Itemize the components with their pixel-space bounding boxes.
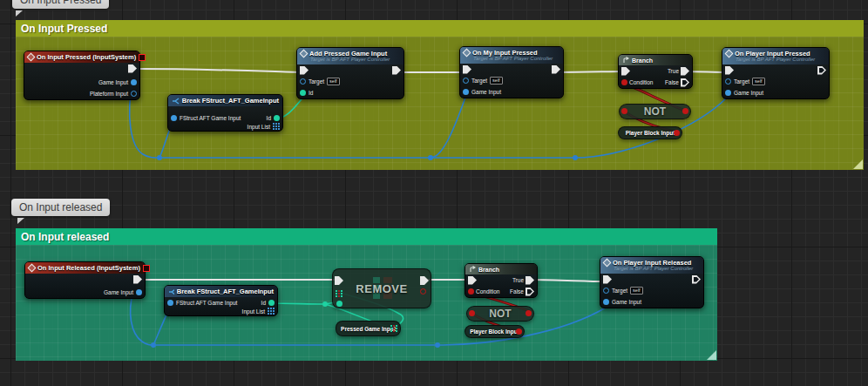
self-default-value[interactable]: self: [327, 78, 340, 85]
pin-label: FStruct AFT Game Input: [176, 300, 237, 306]
bool-return-pin[interactable]: [420, 288, 426, 295]
condition-pin[interactable]: [468, 288, 474, 295]
node-player-block-input-bottom[interactable]: Player Block Input: [465, 325, 525, 338]
pin-label: Condition: [476, 288, 499, 295]
node-header[interactable]: Branch: [465, 264, 537, 274]
comment-pressed-header[interactable]: On Input Pressed: [16, 20, 864, 37]
node-event-on-input-released[interactable]: On Input Released (InputSystem) Game Inp…: [24, 261, 146, 299]
node-on-player-input-released[interactable]: On Player Input Released Target is BP AF…: [600, 256, 704, 308]
node-branch-bottom[interactable]: Branch True Condition False: [465, 263, 538, 298]
node-title: On Input Pressed (InputSystem): [37, 53, 136, 61]
node-header[interactable]: Break FStruct_AFT_GameInput: [165, 286, 277, 297]
exec-out-pin[interactable]: [128, 64, 137, 73]
target-pin[interactable]: [725, 78, 731, 85]
not-output-pin[interactable]: [526, 310, 532, 316]
condition-pin[interactable]: [621, 79, 627, 85]
node-not-bottom[interactable]: NOT: [466, 306, 534, 322]
not-output-pin[interactable]: [682, 108, 688, 114]
exec-out-pin[interactable]: [552, 65, 560, 74]
pin-label: Game Input: [104, 289, 133, 295]
node-break-fstruct-top[interactable]: Break FStruct_AFT_GameInput FStruct AFT …: [167, 94, 283, 132]
exec-out-pin[interactable]: [817, 66, 826, 75]
target-pin[interactable]: [300, 78, 306, 85]
exec-out-pin[interactable]: [133, 275, 142, 284]
id-output-pin[interactable]: [268, 300, 275, 306]
exec-in-pin[interactable]: [603, 275, 612, 284]
not-input-pin[interactable]: [621, 108, 627, 114]
exec-in-pin[interactable]: [463, 65, 471, 74]
true-exec-pin[interactable]: [526, 276, 534, 285]
pin-label: Condition: [629, 79, 653, 85]
pin-label: Target: [612, 288, 627, 294]
node-header[interactable]: Break FStruct_AFT_GameInput: [168, 95, 282, 106]
event-diamond-icon: [27, 53, 36, 62]
event-diamond-icon: [28, 264, 37, 273]
input-list-array-pin[interactable]: [268, 308, 275, 315]
comment-pressed-bubble-tail: [16, 10, 23, 17]
comment-pressed-resize-handle[interactable]: [853, 159, 863, 169]
bool-output-pin[interactable]: [674, 130, 680, 136]
comment-released-header[interactable]: On Input released: [16, 228, 717, 245]
item-pin[interactable]: [336, 301, 342, 307]
true-exec-pin[interactable]: [681, 67, 689, 76]
exec-in-pin[interactable]: [725, 66, 734, 75]
exec-in-pin[interactable]: [468, 276, 477, 285]
pin-label: Game Input: [471, 89, 501, 95]
plateform-input-pin[interactable]: [131, 91, 137, 97]
pin-label: False: [665, 79, 679, 85]
exec-in-pin[interactable]: [335, 276, 343, 285]
pin-label: Game Input: [98, 79, 128, 85]
exec-out-pin[interactable]: [392, 66, 401, 75]
node-on-player-input-pressed[interactable]: On Player Input Pressed Target is BP AFT…: [722, 47, 830, 99]
fstruct-input-pin[interactable]: [167, 300, 173, 306]
break-struct-icon: [168, 288, 174, 295]
pin-label: Target: [471, 78, 487, 84]
node-header[interactable]: On Input Pressed (InputSystem): [24, 51, 139, 63]
target-pin[interactable]: [463, 78, 469, 84]
game-input-pin[interactable]: [603, 299, 609, 305]
node-not-top[interactable]: NOT: [619, 104, 691, 119]
branch-icon: [622, 57, 629, 64]
exec-in-pin[interactable]: [300, 66, 309, 75]
exec-out-pin[interactable]: [692, 275, 701, 284]
node-subtitle: Target is BP AFT Player Controller: [460, 56, 563, 64]
node-branch-top[interactable]: Branch True Condition False: [618, 54, 693, 89]
node-player-block-input-top[interactable]: Player Block Input: [618, 126, 682, 139]
game-input-pin[interactable]: [725, 90, 731, 96]
exec-out-pin[interactable]: [420, 276, 429, 285]
bool-output-pin[interactable]: [516, 328, 522, 335]
self-default-value[interactable]: self: [490, 77, 503, 85]
not-input-pin[interactable]: [469, 310, 475, 316]
game-input-pin[interactable]: [131, 79, 137, 85]
fstruct-input-pin[interactable]: [171, 115, 177, 121]
node-title: Branch: [632, 58, 653, 64]
game-input-pin[interactable]: [136, 289, 142, 295]
node-title: Branch: [478, 267, 499, 273]
node-on-my-input-pressed[interactable]: On My Input Pressed Target is BP AFT Pla…: [459, 46, 564, 98]
branch-icon: [469, 266, 476, 273]
false-exec-pin[interactable]: [681, 78, 689, 87]
node-pressed-game-input[interactable]: Pressed Game Input: [336, 321, 401, 336]
false-exec-pin[interactable]: [526, 288, 534, 296]
pin-label: Id: [309, 90, 313, 96]
comment-released-resize-handle[interactable]: [707, 350, 716, 360]
node-event-on-input-pressed[interactable]: On Input Pressed (InputSystem) Game Inpu…: [24, 51, 140, 100]
node-header[interactable]: On Input Released (InputSystem): [25, 262, 145, 274]
node-break-fstruct-bottom[interactable]: Break FStruct_AFT_GameInput FStruct AFT …: [164, 285, 278, 316]
target-pin[interactable]: [603, 288, 609, 294]
self-default-value[interactable]: self: [752, 78, 765, 85]
id-output-pin[interactable]: [274, 115, 280, 121]
node-subtitle: Target is BP AFT Player Controller: [600, 266, 703, 274]
node-remove-array[interactable]: REMOVE: [332, 268, 431, 308]
exec-in-pin[interactable]: [621, 67, 630, 76]
target-array-pin[interactable]: [336, 290, 342, 297]
node-add-pressed-game-input[interactable]: Add Pressed Game Input Target is BP AFT …: [296, 47, 404, 99]
array-output-pin[interactable]: [390, 325, 397, 332]
node-header[interactable]: Branch: [619, 55, 692, 65]
self-default-value[interactable]: self: [630, 287, 643, 295]
id-pin[interactable]: [300, 90, 306, 96]
blueprint-graph-canvas[interactable]: On Input Pressed On Input released: [0, 0, 868, 386]
game-input-pin[interactable]: [463, 89, 469, 95]
pin-label: Game Input: [734, 90, 763, 96]
input-list-array-pin[interactable]: [273, 123, 280, 130]
